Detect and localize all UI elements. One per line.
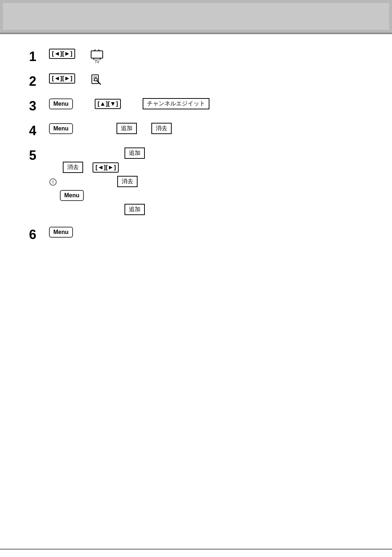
svg-point-10 [94, 78, 97, 81]
svg-rect-0 [91, 51, 103, 58]
arrow-button-3[interactable]: [▲][▼] [95, 99, 121, 109]
separator-bottom [0, 549, 392, 550]
step-number-6: 6 [29, 228, 49, 241]
menu-button-4[interactable]: Menu [49, 123, 73, 134]
tool-icon [90, 74, 102, 86]
add-button-4[interactable]: 追加 [117, 123, 137, 134]
step5-menu-line: Menu [60, 190, 363, 201]
step-3-content: Menu [▲][▼] チャンネルエジイット [49, 98, 209, 109]
step-number-4: 4 [29, 124, 49, 137]
step-number-5: 5 [29, 149, 49, 162]
step5-warning-line: ! 消去 [49, 176, 363, 187]
step-5: 5 追加 消去 [◄][►] ! [29, 148, 363, 218]
svg-text:!: ! [52, 179, 54, 185]
main-content: 1 [◄][►] TV 2 [◄][►] [0, 34, 392, 266]
top-banner-inner [3, 3, 389, 30]
menu-button-5[interactable]: Menu [60, 190, 84, 201]
arrow-button-1[interactable]: [◄][►] [49, 49, 75, 59]
warning-icon: ! [49, 178, 57, 186]
step-4-content: Menu 追加 消去 [49, 123, 172, 134]
step5-add2-line: 追加 [49, 204, 363, 215]
step-2-content: [◄][►] [49, 73, 363, 86]
step-2: 2 [◄][►] [29, 73, 363, 92]
step-number-2: 2 [29, 75, 49, 88]
step-number-1: 1 [29, 50, 49, 63]
arrow-button-5[interactable]: [◄][►] [93, 162, 119, 173]
channel-edit-label: チャンネルエジイット [143, 98, 209, 109]
step5-add-line: 追加 [49, 148, 363, 159]
step-5-content: 追加 消去 [◄][►] ! 消去 [49, 148, 363, 218]
step5-delete-arrow-line: 消去 [◄][►] [49, 162, 363, 173]
top-banner [0, 0, 392, 33]
tv-label: TV [95, 60, 99, 64]
step-6-content: Menu [49, 227, 363, 238]
step-6: 6 Menu [29, 227, 363, 245]
menu-button-3[interactable]: Menu [49, 98, 73, 109]
add-label-5: 追加 [124, 148, 145, 159]
menu-button-6[interactable]: Menu [49, 227, 73, 238]
step-1: 1 [◄][►] TV [29, 49, 363, 67]
step-number-3: 3 [29, 100, 49, 113]
delete-label-5b: 消去 [117, 176, 138, 187]
step-3: 3 Menu [▲][▼] チャンネルエジイット [29, 98, 363, 116]
tv-icon: TV [90, 49, 103, 64]
add-label-5b: 追加 [124, 204, 145, 215]
arrow-button-2[interactable]: [◄][►] [49, 73, 75, 84]
step-4: 4 Menu 追加 消去 [29, 123, 363, 141]
delete-button-5a[interactable]: 消去 [63, 162, 83, 173]
step-1-content: [◄][►] TV [49, 49, 363, 64]
delete-button-4[interactable]: 消去 [151, 123, 172, 134]
